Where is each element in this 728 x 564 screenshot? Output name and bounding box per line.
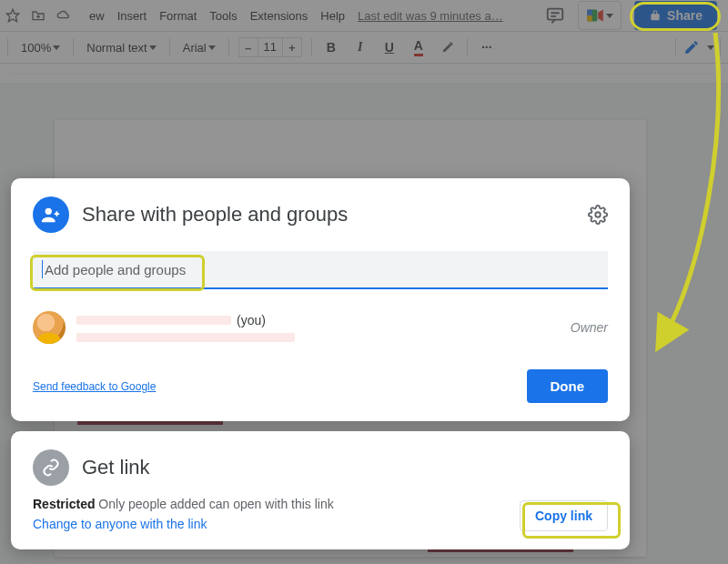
svg-point-8 xyxy=(595,212,601,217)
get-link-dialog: Get link Restricted Only people added ca… xyxy=(11,431,630,549)
link-icon xyxy=(33,449,69,486)
share-settings-button[interactable] xyxy=(588,205,608,225)
person-row: (you) Owner xyxy=(33,311,608,344)
svg-point-7 xyxy=(46,208,52,215)
get-link-title: Get link xyxy=(82,456,150,479)
owner-role-label: Owner xyxy=(571,320,608,335)
add-people-input[interactable]: Add people and groups xyxy=(33,251,608,289)
add-people-placeholder: Add people and groups xyxy=(45,262,186,277)
share-dialog-title: Share with people and groups xyxy=(82,203,348,227)
change-link-access[interactable]: Change to anyone with the link xyxy=(33,517,207,531)
send-feedback-link[interactable]: Send feedback to Google xyxy=(33,380,156,393)
done-button[interactable]: Done xyxy=(527,369,609,403)
share-dialog: Share with people and groups Add people … xyxy=(11,178,630,421)
copy-link-button[interactable]: Copy link xyxy=(520,500,608,531)
person-name-redacted xyxy=(76,316,231,325)
person-email-redacted xyxy=(76,333,295,342)
restricted-label: Restricted xyxy=(33,497,95,511)
you-label: (you) xyxy=(237,313,266,327)
people-icon xyxy=(33,196,69,233)
avatar xyxy=(33,311,66,344)
restricted-desc: Only people added can open with this lin… xyxy=(95,497,333,511)
